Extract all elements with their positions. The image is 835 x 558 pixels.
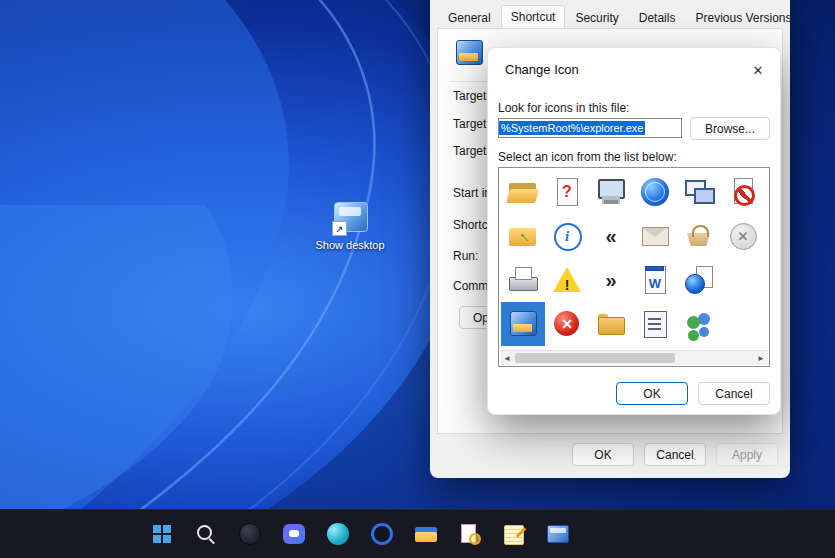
search-button[interactable] [186,514,226,554]
computer-icon [595,176,627,208]
scrollbar-thumb[interactable] [515,353,675,363]
folder-closed-icon [595,308,627,340]
envelope-icon[interactable] [633,214,677,258]
search-tool-button[interactable] [450,514,490,554]
app-window-icon[interactable] [633,302,677,346]
tab-previous-versions[interactable]: Previous Versions [685,6,801,30]
edge-button[interactable] [318,514,358,554]
printer-icon[interactable] [501,258,545,302]
document-question-icon: ? [551,176,583,208]
warning-icon[interactable]: ! [545,258,589,302]
warning-icon: ! [551,264,583,296]
chevrons-left-icon: « [595,220,627,252]
browser-button[interactable] [362,514,402,554]
props-button-row: OKCancelApply [572,443,778,466]
document-question-icon-glyph: ? [551,176,583,208]
explorer-icon-glyph [507,308,539,340]
document-question-icon[interactable]: ? [545,170,589,214]
scroll-left-icon[interactable]: ◄ [500,354,514,363]
globe-icon-glyph [639,176,671,208]
globe-icon[interactable] [633,170,677,214]
folder-up-icon[interactable]: ↑ [501,214,545,258]
wordpad-document-icon-glyph: W [639,264,671,296]
dual-monitors-icon[interactable] [677,170,721,214]
tab-general[interactable]: General [438,6,501,30]
tab-strip: GeneralShortcutSecurityDetailsPrevious V… [438,6,802,30]
icon-path-input[interactable]: %SystemRoot%\explorer.exe [498,118,682,138]
users-icon [683,308,715,340]
red-x-circle-icon: ✕ [551,308,583,340]
basket-icon[interactable] [677,214,721,258]
cancel-button[interactable]: Cancel [698,382,770,405]
chevrons-right-icon: » [595,264,627,296]
globe-document-icon-glyph [683,264,715,296]
computer-icon[interactable] [589,170,633,214]
icon-grid-row: !»W [501,258,767,302]
folder-open-icon[interactable] [501,170,545,214]
ok-button[interactable]: OK [616,382,688,405]
apply-button[interactable]: Apply [716,443,778,466]
printer-icon [507,264,539,296]
task-view-button[interactable] [230,514,270,554]
users-icon[interactable] [677,302,721,346]
file-explorer-button[interactable] [406,514,446,554]
ok-button[interactable]: OK [572,443,634,466]
desktop-shortcut-show-desktop[interactable]: ↗ Show desktop [312,202,388,252]
tab-shortcut[interactable]: Shortcut [501,5,566,29]
red-x-circle-icon[interactable]: ✕ [545,302,589,346]
chevrons-right-icon[interactable]: » [589,258,633,302]
folder-open-icon [507,176,539,208]
cancel-button[interactable]: Cancel [644,443,706,466]
document-blocked-icon[interactable] [721,170,765,214]
printer-icon-glyph [507,264,539,296]
globe-document-icon[interactable] [677,258,721,302]
wordpad-document-icon[interactable]: W [633,258,677,302]
dialog-title: Change Icon [505,62,579,77]
select-icon-label: Select an icon from the list below: [498,150,677,164]
chat-button[interactable] [274,514,314,554]
browser-icon [371,523,393,545]
shortcut-arrow-icon: ↗ [332,221,347,236]
info-icon-glyph: i [551,220,583,252]
folder-closed-icon[interactable] [589,302,633,346]
document-blocked-icon-glyph [727,176,759,208]
explorer-window-button[interactable] [538,514,578,554]
show-desktop-icon: ↗ [332,202,368,236]
basket-icon-glyph [683,220,715,252]
tab-security[interactable]: Security [565,6,628,30]
notepad-button[interactable] [494,514,534,554]
gray-x-circle-icon: ✕ [727,220,759,252]
icon-list: ?↑i«✕!»W✕ ◄ ► [498,167,770,367]
search-icon [195,523,217,545]
users-icon-glyph [683,308,715,340]
dual-monitors-icon [683,176,715,208]
close-icon[interactable]: ✕ [746,58,770,82]
icon-grid: ?↑i«✕!»W✕ [501,170,767,350]
dual-monitors-icon-glyph [683,176,715,208]
info-icon[interactable]: i [545,214,589,258]
scroll-right-icon[interactable]: ► [754,354,768,363]
start-button[interactable] [142,514,182,554]
explorer-icon[interactable] [501,302,545,346]
tab-details[interactable]: Details [629,6,686,30]
chat-icon [283,523,305,545]
warning-icon-glyph: ! [551,264,583,296]
field-label: Target [453,144,486,158]
file-explorer-icon [415,523,437,545]
icon-path-value: %SystemRoot%\explorer.exe [499,121,645,135]
change-icon-button-row: OK Cancel [616,382,770,405]
start-icon [151,523,173,545]
red-x-circle-icon-glyph: ✕ [551,308,583,340]
globe-icon [639,176,671,208]
gray-x-circle-icon[interactable]: ✕ [721,214,765,258]
folder-open-icon-glyph [507,176,539,208]
horizontal-scrollbar[interactable]: ◄ ► [500,350,768,365]
field-label: Target [453,89,486,103]
browse-button[interactable]: Browse... [690,117,770,140]
task-view-icon [239,523,261,545]
chevrons-left-icon[interactable]: « [589,214,633,258]
icon-grid-row: ? [501,170,767,214]
chevrons-right-icon-glyph: » [595,264,627,296]
field-label: Target [453,117,486,131]
icon-grid-row: ✕ [501,302,767,346]
